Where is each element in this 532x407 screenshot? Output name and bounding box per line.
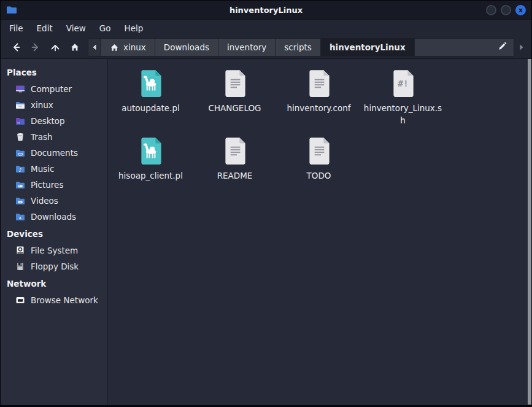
- sidebar-item-trash[interactable]: Trash: [1, 129, 107, 145]
- toolbar: xinuxDownloadsinventoryscriptshinventory…: [1, 36, 531, 59]
- folder-icon: [6, 5, 17, 15]
- breadcrumb-xinux[interactable]: xinux: [101, 39, 155, 56]
- breadcrumb-scroll-right-icon[interactable]: [515, 39, 528, 56]
- file-name: TODO: [307, 170, 331, 182]
- sidebar-item-label: Pictures: [31, 180, 63, 190]
- path-edit-area[interactable]: [415, 39, 514, 56]
- file-name: hinventory_Linux.sh: [363, 103, 443, 126]
- trash-icon: [15, 132, 25, 142]
- file-todo[interactable]: TODO: [277, 133, 361, 188]
- file-hinventory-conf[interactable]: hinventory.conf: [277, 65, 361, 133]
- breadcrumb-downloads[interactable]: Downloads: [155, 39, 218, 56]
- sidebar-item-documents[interactable]: Documents: [1, 145, 107, 161]
- file-name: hisoap_client.pl: [118, 170, 183, 182]
- folder-desktop-icon: [15, 116, 25, 126]
- sidebar-item-desktop[interactable]: Desktop: [1, 113, 107, 129]
- sidebar-item-computer[interactable]: Computer: [1, 81, 107, 97]
- file-readme[interactable]: README: [193, 133, 277, 188]
- home-button[interactable]: [66, 39, 84, 56]
- file-panel[interactable]: autoupdate.plCHANGELOGhinventory.conf#!h…: [107, 59, 531, 405]
- sidebar-section-devices: Devices: [1, 225, 107, 242]
- sidebar-item-label: xinux: [31, 100, 53, 110]
- svg-text:#!: #!: [398, 78, 409, 88]
- text-file-icon: [219, 135, 251, 167]
- titlebar[interactable]: hinventoryLinux x: [1, 1, 531, 20]
- breadcrumb-label: Downloads: [164, 42, 209, 52]
- menu-view[interactable]: View: [60, 21, 93, 36]
- sidebar-item-xinux[interactable]: xinux: [1, 97, 107, 113]
- floppy-icon: [15, 262, 25, 271]
- folder-pictures-icon: [15, 180, 25, 190]
- network-icon: [15, 295, 25, 305]
- breadcrumb-inventory[interactable]: inventory: [218, 39, 276, 56]
- back-button[interactable]: [7, 39, 25, 56]
- file-hinventory-linux-sh[interactable]: #!hinventory_Linux.sh: [361, 65, 445, 133]
- text-file-icon: [219, 68, 251, 99]
- folder-downloads-icon: [15, 212, 25, 222]
- file-grid: autoupdate.plCHANGELOGhinventory.conf#!h…: [109, 65, 531, 188]
- drive-icon: [15, 246, 25, 255]
- maximize-button[interactable]: [501, 5, 511, 15]
- window-body: PlacesComputerxinuxDesktopTrashDocuments…: [1, 59, 531, 405]
- menubar: FileEditViewGoHelp: [1, 20, 531, 36]
- vertical-scrollbar[interactable]: [527, 59, 531, 405]
- file-name: autoupdate.pl: [121, 103, 180, 115]
- breadcrumb-label: hinventoryLinux: [330, 42, 406, 52]
- folder-home-icon: [15, 100, 25, 110]
- file-hisoap-client-pl[interactable]: hisoap_client.pl: [109, 133, 193, 188]
- text-file-icon: [303, 68, 335, 99]
- menu-file[interactable]: File: [2, 21, 30, 36]
- home-icon: [110, 43, 119, 52]
- perl-file-icon: [135, 135, 167, 167]
- sidebar-item-pictures[interactable]: Pictures: [1, 177, 107, 193]
- menu-help[interactable]: Help: [118, 21, 150, 36]
- file-name: CHANGELOG: [208, 103, 261, 115]
- sidebar-item-label: Computer: [31, 84, 72, 94]
- sidebar-section-network: Network: [1, 274, 107, 292]
- svg-text:♪: ♪: [18, 167, 21, 173]
- breadcrumb-hinventorylinux[interactable]: hinventoryLinux: [321, 39, 415, 56]
- folder-music-icon: ♪: [15, 164, 25, 174]
- scrollbar-thumb[interactable]: [528, 59, 531, 405]
- close-button[interactable]: x: [515, 5, 526, 15]
- folder-videos-icon: [15, 196, 25, 206]
- sidebar-item-browse-network[interactable]: Browse Network: [1, 292, 107, 308]
- forward-button[interactable]: [26, 39, 45, 56]
- sidebar-item-label: Documents: [31, 148, 78, 158]
- sidebar-item-label: Desktop: [31, 116, 65, 126]
- sidebar-item-label: Floppy Disk: [31, 262, 79, 271]
- minimize-button[interactable]: [486, 5, 496, 15]
- sidebar-item-label: File System: [31, 246, 78, 255]
- folder-documents-icon: [15, 148, 25, 158]
- sidebar-item-downloads[interactable]: Downloads: [1, 209, 107, 225]
- menu-edit[interactable]: Edit: [30, 21, 60, 36]
- sidebar-item-label: Trash: [31, 132, 53, 142]
- breadcrumb-scripts[interactable]: scripts: [276, 39, 321, 56]
- sidebar-item-floppy-disk[interactable]: Floppy Disk: [1, 258, 107, 274]
- file-autoupdate-pl[interactable]: autoupdate.pl: [109, 65, 193, 133]
- sidebar-item-music[interactable]: ♪Music: [1, 161, 107, 177]
- sidebar-item-label: Downloads: [31, 212, 76, 222]
- breadcrumb-label: scripts: [284, 42, 312, 52]
- pencil-icon[interactable]: [498, 42, 507, 53]
- file-name: hinventory.conf: [287, 103, 350, 115]
- file-name: README: [217, 170, 253, 182]
- sidebar: PlacesComputerxinuxDesktopTrashDocuments…: [1, 59, 107, 405]
- breadcrumb-bar: xinuxDownloadsinventoryscriptshinventory…: [88, 38, 514, 56]
- file-manager-window: hinventoryLinux x FileEditViewGoHelp xin…: [0, 0, 532, 407]
- breadcrumb-scroll-left-icon[interactable]: [88, 39, 101, 56]
- sidebar-section-places: Places: [1, 63, 107, 81]
- sidebar-item-label: Browse Network: [31, 295, 98, 305]
- sidebar-item-file-system[interactable]: File System: [1, 242, 107, 258]
- window-title: hinventoryLinux: [1, 6, 531, 15]
- up-button[interactable]: [46, 39, 64, 56]
- breadcrumb-label: inventory: [227, 42, 266, 52]
- window-controls: x: [486, 5, 526, 15]
- file-changelog[interactable]: CHANGELOG: [193, 65, 277, 133]
- menu-go[interactable]: Go: [93, 21, 118, 36]
- script-file-icon: #!: [387, 68, 419, 99]
- sidebar-item-videos[interactable]: Videos: [1, 193, 107, 209]
- breadcrumb-label: xinux: [123, 42, 146, 52]
- sidebar-item-label: Videos: [31, 196, 58, 206]
- sidebar-item-label: Music: [31, 164, 54, 174]
